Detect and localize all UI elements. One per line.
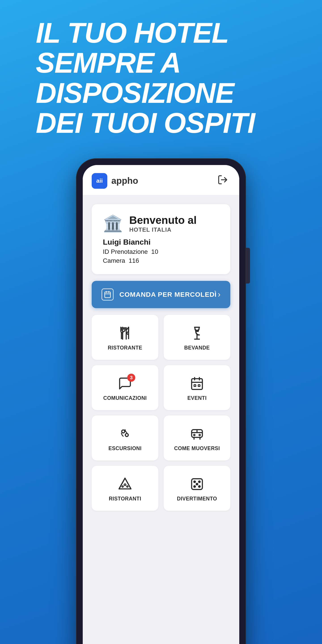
svg-rect-12 — [192, 378, 202, 389]
svg-point-19 — [125, 433, 128, 436]
svg-point-32 — [194, 481, 196, 482]
menu-item-escursioni[interactable]: ESCURSIONI — [92, 416, 158, 460]
side-button — [246, 248, 250, 284]
svg-point-18 — [122, 430, 124, 433]
svg-rect-17 — [198, 384, 200, 386]
dice-icon — [190, 477, 204, 491]
hero-section: IL TUO HOTEL SEMPRE A DISPOSIZIONE DEI T… — [0, 0, 322, 152]
come-muoversi-label: COME MUOVERSI — [174, 446, 220, 452]
svg-point-35 — [198, 486, 200, 487]
comunicazioni-label: COMUNICAZIONI — [103, 395, 147, 401]
svg-rect-1 — [105, 292, 110, 298]
menu-item-come-muoversi[interactable]: COME MUOVERSI — [164, 416, 230, 460]
order-button[interactable]: COMANDA PER MERCOLEDÌ › — [92, 281, 230, 308]
calendar-icon — [102, 288, 114, 300]
menu-item-divertimento[interactable]: DIVERTIMENTO — [164, 466, 230, 511]
svg-point-30 — [126, 486, 128, 487]
greeting-text: Benvenuto al — [129, 214, 196, 226]
svg-point-34 — [194, 486, 196, 487]
topbar: aii appho — [83, 165, 239, 195]
hotel-info-text: Benvenuto al HOTEL ITALIA — [129, 214, 196, 233]
escursioni-label: ESCURSIONI — [108, 446, 142, 452]
guest-info: Luigi Bianchi ID Prenotazione 10 Camera … — [103, 238, 219, 264]
phone-mockup: aii appho 🏛️ — [76, 158, 246, 644]
svg-point-26 — [199, 434, 200, 436]
hero-line3: DEI TUOI OSPITI — [36, 108, 286, 138]
room-number: Camera 116 — [103, 257, 219, 264]
menu-item-ristorante[interactable]: RISTORANTE — [92, 315, 158, 360]
ristoranti-label: RISTORANTI — [109, 496, 141, 502]
svg-point-33 — [198, 481, 200, 482]
bevande-label: BEVANDE — [184, 345, 210, 351]
order-btn-text: COMANDA PER MERCOLEDÌ — [120, 291, 217, 298]
order-btn-left: COMANDA PER MERCOLEDÌ — [102, 288, 217, 300]
svg-point-28 — [124, 484, 126, 486]
menu-item-comunicazioni[interactable]: 3 COMUNICAZIONI — [92, 365, 158, 410]
svg-point-36 — [196, 483, 198, 485]
welcome-card: 🏛️ Benvenuto al HOTEL ITALIA Luigi Bianc… — [92, 204, 230, 274]
screen-content: 🏛️ Benvenuto al HOTEL ITALIA Luigi Bianc… — [83, 195, 239, 520]
svg-rect-16 — [194, 384, 196, 386]
calendar-grid-icon — [190, 376, 204, 391]
bus-icon — [190, 427, 204, 441]
hotel-icon: 🏛️ — [103, 214, 123, 233]
topbar-left: aii appho — [92, 173, 138, 189]
hotel-name: HOTEL ITALIA — [129, 226, 196, 233]
guest-name: Luigi Bianchi — [103, 238, 219, 246]
footprints-icon — [118, 427, 132, 441]
menu-item-eventi[interactable]: EVENTI — [164, 365, 230, 410]
app-logo: aii — [92, 173, 107, 189]
hero-line1: IL TUO HOTEL — [36, 18, 286, 48]
eventi-label: EVENTI — [188, 395, 206, 401]
chevron-right-icon: › — [218, 290, 220, 299]
cutlery-icon — [118, 326, 132, 340]
menu-item-ristoranti[interactable]: RISTORANTI — [92, 466, 158, 511]
hero-title: IL TUO HOTEL SEMPRE A DISPOSIZIONE DEI T… — [36, 18, 286, 138]
svg-point-29 — [122, 486, 123, 487]
app-name: appho — [111, 176, 138, 186]
hotel-header: 🏛️ Benvenuto al HOTEL ITALIA — [103, 214, 219, 233]
wine-icon — [190, 326, 204, 340]
booking-id: ID Prenotazione 10 — [103, 248, 219, 255]
svg-point-25 — [194, 434, 195, 436]
phone-screen: aii appho 🏛️ — [83, 165, 239, 644]
hero-line2: SEMPRE A DISPOSIZIONE — [36, 48, 286, 108]
ristorante-label: RISTORANTE — [108, 345, 142, 351]
menu-item-bevande[interactable]: BEVANDE — [164, 315, 230, 360]
pizza-icon — [118, 477, 132, 491]
menu-grid: RISTORANTE — [92, 315, 230, 511]
divertimento-label: DIVERTIMENTO — [177, 496, 217, 502]
phone-frame: aii appho 🏛️ — [76, 158, 246, 644]
chat-icon: 3 — [118, 376, 132, 391]
notification-badge: 3 — [127, 374, 135, 382]
logout-icon[interactable] — [217, 174, 228, 188]
